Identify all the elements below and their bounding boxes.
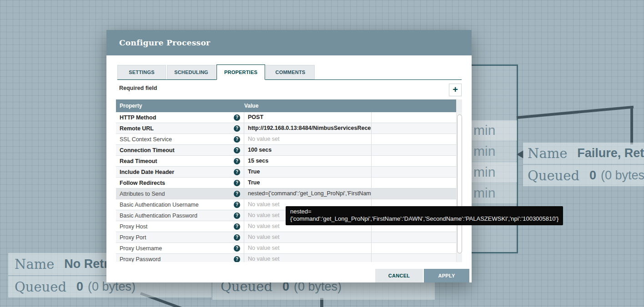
- property-name: Proxy Username: [120, 245, 162, 252]
- property-extra-cell: [372, 254, 456, 262]
- property-name-cell: Read Timeout?: [116, 156, 244, 166]
- tab-properties[interactable]: PROPERTIES: [216, 64, 265, 80]
- label-queued-count: 0: [76, 280, 83, 294]
- property-name: Follow Redirects: [120, 180, 165, 186]
- connection-arrowhead-icon: [517, 150, 523, 158]
- help-icon[interactable]: ?: [234, 125, 240, 132]
- help-icon[interactable]: ?: [234, 202, 240, 208]
- required-field-label: Required field: [119, 85, 157, 91]
- add-property-button[interactable]: +: [449, 84, 462, 96]
- property-name-cell: Proxy Username?: [116, 243, 244, 253]
- property-row[interactable]: Follow Redirects?True: [116, 178, 456, 188]
- help-icon[interactable]: ?: [234, 114, 240, 121]
- tooltip-line2: {'command':'get_Long_ProNpi','FirstName'…: [290, 215, 558, 223]
- property-row[interactable]: Include Date Header?True: [116, 167, 456, 178]
- property-name-cell: Proxy Password?: [116, 254, 244, 262]
- property-row[interactable]: Proxy Username?No value set: [116, 243, 456, 254]
- property-name: Proxy Port: [120, 234, 146, 241]
- property-extra-cell: [372, 178, 456, 188]
- connection-label-right-queued[interactable]: Queued 0 (0 bytes): [523, 165, 644, 186]
- property-row[interactable]: Proxy Password?No value set: [116, 254, 456, 262]
- help-icon[interactable]: ?: [234, 169, 240, 175]
- property-value[interactable]: No value set: [244, 254, 372, 262]
- help-icon[interactable]: ?: [234, 180, 240, 186]
- property-name: Read Timeout: [120, 158, 157, 164]
- property-row[interactable]: HTTP Method?POST: [116, 112, 456, 123]
- property-name-cell: Proxy Host?: [116, 221, 244, 232]
- property-value[interactable]: No value set: [244, 232, 372, 243]
- property-row[interactable]: Proxy Port?No value set: [116, 232, 456, 243]
- property-extra-cell: [372, 123, 456, 134]
- tab-comments[interactable]: COMMENTS: [266, 65, 315, 79]
- label-name-value: Failure, Retr: [577, 146, 644, 160]
- property-value[interactable]: No value set: [244, 134, 372, 144]
- help-icon[interactable]: ?: [234, 256, 240, 262]
- property-value[interactable]: nested={'command':'get_Long_ProNpi','Fir…: [244, 188, 372, 199]
- property-name-cell: Basic Authentication Username?: [116, 199, 244, 210]
- label-name-key: Name: [528, 146, 567, 161]
- connection-label-right-name[interactable]: Name Failure, Retr: [523, 143, 644, 164]
- connection-line-right[interactable]: [630, 108, 633, 144]
- nifi-canvas: 5 min5 min5 min5 min Name Failure, Retr …: [0, 0, 644, 307]
- property-extra-cell: [372, 167, 456, 177]
- property-extra-cell: [372, 232, 456, 243]
- help-icon[interactable]: ?: [234, 191, 240, 197]
- help-icon[interactable]: ?: [234, 147, 240, 154]
- plus-icon: +: [453, 84, 458, 94]
- label-queued-key: Queued: [528, 168, 579, 183]
- dialog-header: Configure Processor: [106, 30, 472, 55]
- property-value[interactable]: True: [244, 167, 372, 177]
- help-icon[interactable]: ?: [234, 213, 240, 219]
- dialog-title: Configure Processor: [106, 30, 472, 55]
- help-icon[interactable]: ?: [234, 245, 240, 252]
- help-icon[interactable]: ?: [234, 136, 240, 143]
- property-name-cell: Connection Timeout?: [116, 145, 244, 155]
- help-icon[interactable]: ?: [234, 234, 240, 241]
- apply-button[interactable]: APPLY: [424, 269, 469, 282]
- property-name: Remote URL: [120, 125, 154, 132]
- scrollbar-track[interactable]: [456, 112, 462, 262]
- property-row[interactable]: Read Timeout?15 secs: [116, 156, 456, 167]
- cancel-button[interactable]: CANCEL: [375, 269, 423, 282]
- property-value[interactable]: 100 secs: [244, 145, 372, 155]
- property-name: Basic Authentication Password: [120, 213, 197, 219]
- connection-line-top[interactable]: [517, 106, 634, 119]
- property-extra-cell: [372, 188, 456, 199]
- label-queued-size: (0 bytes): [601, 168, 644, 183]
- property-name: Include Date Header: [120, 169, 174, 175]
- tab-settings[interactable]: SETTINGS: [117, 65, 166, 79]
- label-queued-key: Queued: [15, 279, 66, 295]
- label-queued-count: 0: [589, 168, 596, 183]
- property-name: HTTP Method: [120, 114, 156, 121]
- scrollbar-thumb[interactable]: [457, 114, 462, 253]
- configure-processor-dialog: Configure Processor SETTINGSSCHEDULINGPR…: [106, 30, 472, 282]
- property-extra-cell: [372, 112, 456, 123]
- property-value[interactable]: POST: [244, 112, 372, 123]
- property-name-cell: Remote URL?: [116, 123, 244, 134]
- property-row[interactable]: Connection Timeout?100 secs: [116, 145, 456, 156]
- property-row[interactable]: SSL Context Service?No value set: [116, 134, 456, 145]
- help-icon[interactable]: ?: [234, 223, 240, 230]
- property-name: Attributes to Send: [120, 191, 165, 197]
- tab-scheduling[interactable]: SCHEDULING: [167, 65, 216, 79]
- properties-table: Property Value HTTP Method?POSTRemote UR…: [116, 99, 462, 262]
- property-extra-cell: [372, 134, 456, 144]
- label-name-key: Name: [15, 257, 54, 272]
- property-row[interactable]: Attributes to Send?nested={'command':'ge…: [116, 188, 456, 199]
- property-value[interactable]: True: [244, 178, 372, 188]
- property-name-cell: Basic Authentication Password?: [116, 210, 244, 221]
- help-icon[interactable]: ?: [234, 158, 240, 164]
- property-row[interactable]: Remote URL?http://192.168.0.13:8484/Nimb…: [116, 123, 456, 134]
- property-name: Proxy Password: [120, 256, 161, 262]
- property-name: Connection Timeout: [120, 147, 175, 154]
- property-name: Basic Authentication Username: [120, 202, 199, 208]
- property-value[interactable]: http://192.168.0.13:8484/NimbusServicesR…: [244, 123, 372, 134]
- value-tooltip: nested= {'command':'get_Long_ProNpi','Fi…: [286, 206, 563, 225]
- property-name-cell: HTTP Method?: [116, 112, 244, 123]
- property-extra-cell: [372, 145, 456, 155]
- property-name: SSL Context Service: [120, 136, 172, 143]
- property-value[interactable]: 15 secs: [244, 156, 372, 166]
- property-name-cell: Attributes to Send?: [116, 188, 244, 199]
- property-value[interactable]: No value set: [244, 243, 372, 253]
- properties-rows: HTTP Method?POSTRemote URL?http://192.16…: [116, 112, 456, 262]
